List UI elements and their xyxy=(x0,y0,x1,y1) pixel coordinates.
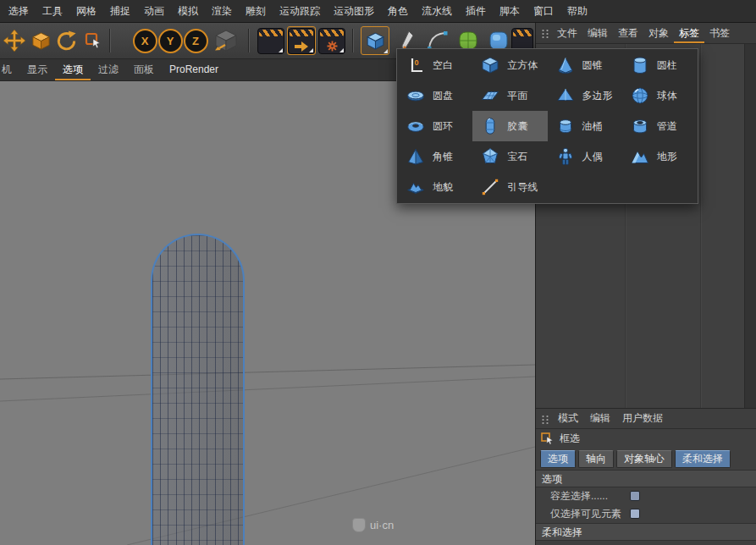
rectangle-selection-icon xyxy=(541,432,555,445)
capsule-icon xyxy=(480,116,500,136)
menu-item-torus[interactable]: 圆环 xyxy=(398,111,472,141)
menu-item-select[interactable]: 选择 xyxy=(2,0,36,22)
om-menu-bookmarks[interactable]: 书签 xyxy=(704,23,735,43)
sphere-icon xyxy=(630,85,650,106)
attribute-manager: 模式 编辑 用户数据 框选 选项 轴向 对象轴心 柔和选择 选项 容差选择...… xyxy=(536,408,756,545)
menu-item-cube[interactable]: 立方体 xyxy=(472,50,547,80)
menu-item-animate[interactable]: 动画 xyxy=(137,0,171,22)
property-label: 容差选择...... xyxy=(550,489,608,504)
toolbar-separator xyxy=(352,29,354,52)
menu-item-motion-tracker[interactable]: 运动跟踪 xyxy=(273,0,327,22)
attribute-manager-menubar: 模式 编辑 用户数据 xyxy=(536,409,756,429)
z-axis-lock-button[interactable]: Z xyxy=(181,26,210,55)
menu-item-pyramid[interactable]: 角锥 xyxy=(398,141,472,172)
live-selection-button[interactable] xyxy=(79,26,108,55)
menu-item-guide[interactable]: 引导线 xyxy=(472,172,547,202)
menu-item-character[interactable]: 角色 xyxy=(381,0,415,22)
rotate-tool-button[interactable] xyxy=(52,26,80,55)
menu-item-landscape[interactable]: 地形 xyxy=(622,141,697,172)
selection-rectangle-icon xyxy=(84,31,102,50)
menu-item-pipeline[interactable]: 流水线 xyxy=(415,0,459,22)
menu-item-plugins[interactable]: 插件 xyxy=(459,0,493,22)
oil-tank-icon xyxy=(555,116,576,136)
plane-icon xyxy=(480,85,500,106)
om-menu-tags[interactable]: 标签 xyxy=(674,23,704,43)
menu-item-tools[interactable]: 工具 xyxy=(36,0,69,22)
om-menu-objects[interactable]: 对象 xyxy=(643,23,674,43)
coordinate-cube-icon xyxy=(212,28,240,53)
move-tool-button[interactable] xyxy=(0,26,29,55)
menu-item-sculpt[interactable]: 雕刻 xyxy=(239,0,273,22)
menu-item-tube[interactable]: 管道 xyxy=(622,111,697,141)
menu-item-relief[interactable]: 地貌 xyxy=(398,172,472,202)
menu-item-snap[interactable]: 捕捉 xyxy=(103,0,137,22)
menu-item-sphere[interactable]: 球体 xyxy=(622,80,697,111)
menu-item-figure[interactable]: 人偶 xyxy=(548,141,622,172)
scale-icon xyxy=(30,30,52,52)
menu-item-plane[interactable]: 平面 xyxy=(472,80,547,111)
tab-options[interactable]: 选项 xyxy=(540,450,576,468)
viewport-menu-filter[interactable]: 过滤 xyxy=(91,59,126,80)
render-settings-icon xyxy=(318,28,345,54)
menu-item-oil-tank[interactable]: 油桶 xyxy=(548,111,622,141)
property-label: 仅选择可见元素 xyxy=(550,507,621,521)
menu-item-help[interactable]: 帮助 xyxy=(560,0,594,22)
menu-item-capsule[interactable]: 胶囊 xyxy=(472,111,547,141)
menu-item-platonic[interactable]: 宝石 xyxy=(472,141,547,172)
gem-icon xyxy=(480,146,500,167)
capsule-object-wireframe[interactable] xyxy=(151,234,245,545)
menu-item-null[interactable]: 0 空白 xyxy=(398,50,472,80)
object-manager-scrollbar[interactable] xyxy=(744,44,756,408)
menu-item-simulate[interactable]: 模拟 xyxy=(171,0,205,22)
menu-item-window[interactable]: 窗口 xyxy=(527,0,560,22)
toolbar-separator xyxy=(109,29,111,52)
attribute-tabs: 选项 轴向 对象轴心 柔和选择 xyxy=(536,448,756,470)
cube-icon xyxy=(480,55,500,75)
om-menu-edit[interactable]: 编辑 xyxy=(582,23,613,43)
tab-object-axis[interactable]: 对象轴心 xyxy=(616,450,672,468)
viewport-menu-panel[interactable]: 面板 xyxy=(126,59,162,80)
figure-icon xyxy=(555,146,576,167)
z-axis-label: Z xyxy=(192,35,199,47)
viewport-menu-cameras[interactable]: 机 xyxy=(0,59,19,80)
coordinate-system-button[interactable] xyxy=(210,26,242,55)
only-visible-elements-checkbox[interactable] xyxy=(630,509,640,519)
menu-item-script[interactable]: 脚本 xyxy=(493,0,527,22)
tab-axis[interactable]: 轴向 xyxy=(578,450,614,468)
render-view-icon xyxy=(257,28,284,54)
render-settings-button[interactable] xyxy=(317,26,346,55)
render-to-picture-viewer-button[interactable] xyxy=(287,26,316,55)
disc-icon xyxy=(406,85,426,106)
panel-grip-icon[interactable] xyxy=(540,414,549,424)
tolerant-selection-checkbox[interactable] xyxy=(630,491,640,501)
viewport-menu-prorender[interactable]: ProRender xyxy=(162,59,226,80)
menu-item-cone[interactable]: 圆锥 xyxy=(548,50,622,80)
add-primitive-button[interactable] xyxy=(361,26,389,55)
viewport-menu-display[interactable]: 显示 xyxy=(19,59,55,80)
om-menu-view[interactable]: 查看 xyxy=(613,23,643,43)
menu-item-render[interactable]: 渲染 xyxy=(205,0,239,22)
section-header-options[interactable]: 选项 xyxy=(536,470,756,487)
am-menu-mode[interactable]: 模式 xyxy=(552,409,584,428)
x-axis-lock-button[interactable]: X xyxy=(130,26,159,55)
menu-item-disc[interactable]: 圆盘 xyxy=(398,80,472,111)
panel-grip-icon[interactable] xyxy=(540,28,549,38)
om-menu-file[interactable]: 文件 xyxy=(552,23,582,43)
am-menu-edit[interactable]: 编辑 xyxy=(584,409,616,428)
menu-item-polygon[interactable]: 多边形 xyxy=(548,80,622,111)
watermark: ui·cn xyxy=(352,518,394,532)
section-header-soft-selection[interactable]: 柔和选择 xyxy=(536,523,756,541)
tab-soft-selection[interactable]: 柔和选择 xyxy=(675,450,731,468)
menu-item-mesh[interactable]: 网格 xyxy=(69,0,103,22)
viewport-menu-options[interactable]: 选项 xyxy=(55,59,91,80)
scale-tool-button[interactable] xyxy=(26,26,55,55)
object-manager-column-divider xyxy=(700,44,702,408)
am-menu-userdata[interactable]: 用户数据 xyxy=(616,409,669,428)
property-row-only-visible: 仅选择可见元素 xyxy=(536,505,756,523)
menu-item-mograph[interactable]: 运动图形 xyxy=(327,0,381,22)
menu-item-cylinder[interactable]: 圆柱 xyxy=(622,50,697,80)
relief-icon xyxy=(406,177,426,197)
render-view-button[interactable] xyxy=(257,26,285,55)
y-axis-lock-button[interactable]: Y xyxy=(156,26,185,55)
polygon-icon xyxy=(555,85,576,106)
